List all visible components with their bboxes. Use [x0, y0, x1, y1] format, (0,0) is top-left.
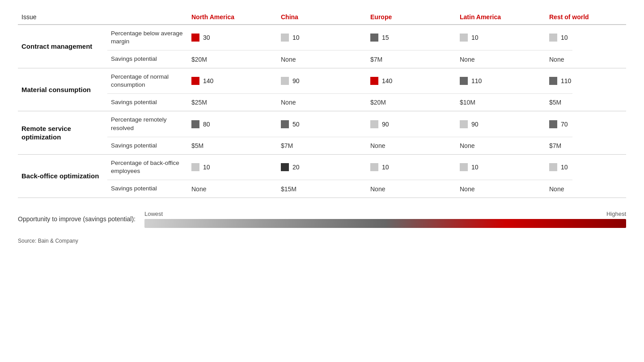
color-box — [549, 77, 557, 85]
cell-value: 10 — [292, 34, 300, 41]
color-box — [281, 34, 289, 42]
savings-cell: $25M — [188, 99, 277, 106]
cell-value: 10 — [471, 34, 479, 41]
section-rows-contract-management: Percentage below average margin301015101… — [107, 25, 572, 68]
section-rows-remote-service-optimization: Percentage remotely resolved8050909070Sa… — [107, 111, 572, 154]
cell-value: 90 — [382, 121, 389, 128]
savings-cell: $10M — [456, 99, 546, 106]
color-box — [370, 120, 378, 128]
col-header-metric — [107, 13, 188, 21]
indicator-cell: 20 — [277, 163, 367, 171]
indicator-cell: 140 — [367, 77, 456, 85]
savings-cell: $20M — [367, 99, 456, 106]
indicator-cell: 90 — [277, 77, 367, 85]
cell-value: 90 — [471, 121, 479, 128]
savings-cell: $7M — [277, 142, 367, 149]
color-box — [370, 34, 378, 42]
color-box — [281, 77, 289, 85]
savings-cell: $5M — [188, 142, 277, 149]
savings-cell: None — [456, 185, 546, 193]
cell-value: 10 — [561, 34, 568, 41]
color-box — [460, 34, 468, 42]
indicator-cell: 80 — [188, 120, 277, 128]
cell-value: 110 — [561, 77, 571, 84]
cell-value: 110 — [471, 77, 482, 84]
indicator-cell: 70 — [546, 120, 635, 128]
data-row: Savings potential$5M$7MNoneNone$7M — [107, 137, 572, 154]
data-row: Savings potentialNone$15MNoneNoneNone — [107, 180, 572, 197]
col-header-europe: Europe — [367, 13, 456, 21]
section-remote-service-optimization: Remote service optimizationPercentage re… — [18, 111, 626, 155]
section-label-remote-service-optimization: Remote service optimization — [18, 111, 107, 154]
metric-label: Percentage of normal consumption — [107, 73, 188, 89]
section-material-consumption: Material consumptionPercentage of normal… — [18, 68, 626, 112]
legend-section: Opportunity to improve (savings potentia… — [18, 210, 626, 228]
metric-label: Percentage below average margin — [107, 29, 188, 46]
cell-value: 10 — [382, 164, 389, 171]
data-row: Percentage of normal consumption14090140… — [107, 68, 572, 94]
cell-value: 10 — [471, 164, 479, 171]
cell-value: 10 — [561, 164, 568, 171]
data-row: Savings potential$20MNone$7MNoneNone — [107, 51, 572, 67]
indicator-cell: 10 — [456, 163, 546, 171]
indicator-cell: 30 — [188, 34, 277, 42]
cell-value: 90 — [292, 77, 300, 84]
color-box — [281, 120, 289, 128]
savings-cell: None — [456, 142, 546, 149]
savings-cell: None — [367, 185, 456, 193]
section-label-contract-management: Contract management — [18, 25, 107, 68]
cell-value: 30 — [203, 34, 210, 41]
savings-cell: $15M — [277, 185, 367, 193]
metric-label: Savings potential — [107, 98, 188, 106]
cell-value: 15 — [382, 34, 389, 41]
cell-value: 140 — [203, 77, 213, 84]
savings-cell: None — [546, 185, 635, 193]
color-box — [281, 163, 289, 171]
indicator-cell: 10 — [188, 163, 277, 171]
indicator-cell: 50 — [277, 120, 367, 128]
section-rows-material-consumption: Percentage of normal consumption14090140… — [107, 68, 572, 111]
indicator-cell: 90 — [456, 120, 546, 128]
savings-cell: $5M — [546, 99, 635, 106]
cell-value: 10 — [203, 164, 210, 171]
source-text: Source: Bain & Company — [18, 238, 626, 244]
indicator-cell: 140 — [188, 77, 277, 85]
cell-value: 70 — [561, 121, 568, 128]
sections-container: Contract managementPercentage below aver… — [18, 25, 626, 198]
savings-cell: $7M — [367, 56, 456, 63]
color-box — [460, 120, 468, 128]
col-header-china: China — [277, 13, 367, 21]
color-box — [191, 34, 199, 42]
color-box — [549, 34, 557, 42]
color-box — [191, 77, 199, 85]
color-box — [191, 163, 199, 171]
cell-value: 50 — [292, 121, 300, 128]
savings-cell: None — [277, 99, 367, 106]
savings-cell: None — [188, 185, 277, 193]
color-box — [460, 163, 468, 171]
section-label-back-office-optimization: Back-office optimization — [18, 155, 107, 198]
indicator-cell: 10 — [546, 34, 635, 42]
col-header-issue: Issue — [18, 13, 107, 21]
table-header: Issue North America China Europe Latin A… — [18, 13, 626, 25]
color-box — [370, 77, 378, 85]
col-header-north-america: North America — [188, 13, 277, 21]
col-header-rest-of-world: Rest of world — [546, 13, 635, 21]
indicator-cell: 10 — [277, 34, 367, 42]
color-box — [191, 120, 199, 128]
savings-cell: None — [277, 56, 367, 63]
color-box — [370, 163, 378, 171]
col-header-latin-america: Latin America — [456, 13, 546, 21]
savings-cell: None — [367, 142, 456, 149]
section-rows-back-office-optimization: Percentage of back-office employees10201… — [107, 155, 572, 198]
metric-label: Savings potential — [107, 185, 188, 193]
cell-value: 20 — [292, 164, 300, 171]
legend-bar-container: Lowest Highest — [144, 210, 626, 228]
cell-value: 80 — [203, 121, 210, 128]
main-table: Issue North America China Europe Latin A… — [18, 13, 626, 244]
color-box — [549, 163, 557, 171]
indicator-cell: 10 — [367, 163, 456, 171]
metric-label: Percentage of back-office employees — [107, 159, 188, 175]
section-back-office-optimization: Back-office optimizationPercentage of ba… — [18, 155, 626, 198]
savings-cell: $20M — [188, 56, 277, 63]
